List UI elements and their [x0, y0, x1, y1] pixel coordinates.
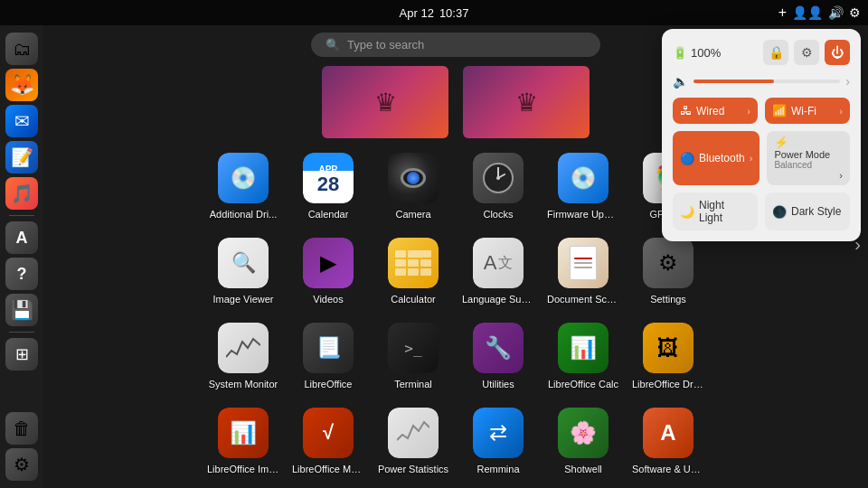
app-icon-firmware-updater: 💿: [558, 153, 609, 203]
wired-chevron: ›: [747, 106, 750, 117]
app-icon-camera: [388, 153, 439, 203]
topbar-volume-icon[interactable]: 🔊: [828, 5, 844, 20]
app-label-settings: Settings: [650, 294, 686, 305]
app-item-libreoffice-impress[interactable]: 📊 LibreOffice Imp...: [203, 400, 284, 482]
app-item-language-support[interactable]: A文 Language Supp...: [458, 230, 539, 312]
app-icon-power-statistics: [388, 408, 439, 458]
app-item-additional-drivers[interactable]: 💿Additional Dri...: [203, 145, 284, 227]
app-label-firmware-updater: Firmware Upda...: [547, 209, 619, 220]
dock-item-settings[interactable]: ⚙: [5, 448, 38, 481]
power-mode-label: Power Mode: [774, 149, 830, 160]
lock-button[interactable]: 🔒: [763, 40, 788, 65]
app-icon-system-monitor: [218, 323, 269, 373]
dock-item-font-viewer[interactable]: A: [5, 221, 38, 254]
topbar-plus[interactable]: +: [778, 5, 787, 21]
app-label-calendar: Calendar: [308, 209, 349, 220]
app-item-image-viewer[interactable]: 🔍 Image Viewer: [203, 230, 284, 312]
volume-row: 🔈 ›: [673, 74, 850, 89]
crown-icon-1: ♛: [374, 88, 397, 117]
app-item-libreoffice-math[interactable]: √ LibreOffice Math: [288, 400, 369, 482]
app-item-remmina[interactable]: ⇄ Remmina: [458, 400, 539, 482]
topbar: Apr 12 10:37 + 👤👤 🔊 ⚙: [0, 0, 868, 25]
wired-toggle[interactable]: 🖧 Wired ›: [673, 98, 758, 124]
app-icon-software-updater: A: [643, 408, 693, 458]
app-label-system-monitor: System Monitor: [209, 379, 278, 389]
app-item-calendar[interactable]: APR 28 Calendar: [288, 145, 369, 227]
topbar-system-icon[interactable]: ⚙: [849, 5, 861, 20]
featured-img-1[interactable]: ♛: [322, 66, 448, 138]
power-mode-info: Power Mode Balanced: [774, 149, 830, 170]
app-icon-settings: ⚙: [643, 238, 693, 288]
app-item-utilities[interactable]: 🔧 Utilities: [458, 315, 539, 397]
bluetooth-label: Bluetooth: [699, 152, 745, 164]
featured-img-2[interactable]: ♛: [463, 66, 590, 138]
app-item-settings[interactable]: ⚙Settings: [627, 230, 709, 312]
dock-item-rhythmbox[interactable]: 🎵: [5, 177, 38, 210]
dock-item-files[interactable]: 🗂: [5, 33, 38, 65]
settings-button[interactable]: ⚙: [794, 40, 819, 65]
dark-style-button[interactable]: 🌑 Dark Style: [765, 192, 850, 230]
app-label-additional-drivers: Additional Dri...: [210, 209, 278, 220]
topbar-date: Apr 12: [400, 6, 434, 20]
app-icon-videos: ▶: [303, 238, 354, 288]
wired-icon: 🖧: [680, 104, 692, 117]
app-icon-libreoffice: 📃: [303, 323, 354, 373]
wifi-toggle[interactable]: 📶 Wi-Fi ›: [765, 98, 850, 124]
topbar-right: + 👤👤 🔊 ⚙: [778, 5, 861, 21]
app-label-utilities: Utilities: [482, 379, 514, 389]
app-label-clocks: Clocks: [483, 209, 513, 220]
app-item-terminal[interactable]: >_ Terminal: [373, 315, 454, 397]
dock-bottom-items: 🗑 ⚙: [5, 412, 38, 481]
app-label-document-scanner: Document Scan...: [547, 294, 619, 305]
app-item-libreoffice-calc[interactable]: 📊 LibreOffice Calc: [542, 315, 624, 397]
topbar-network-icon[interactable]: 👤👤: [792, 5, 823, 20]
bluetooth-icon: 🔵: [680, 152, 694, 165]
dark-style-label: Dark Style: [791, 205, 841, 218]
app-item-libreoffice[interactable]: 📃 LibreOffice: [288, 315, 369, 397]
dock-item-disks[interactable]: 💾: [5, 294, 38, 326]
search-bar[interactable]: 🔍: [311, 33, 600, 57]
night-light-button[interactable]: 🌙 Night Light: [673, 192, 758, 230]
app-icon-language-support: A文: [473, 238, 524, 288]
app-label-software-updater: Software & Up...: [632, 464, 704, 474]
app-item-libreoffice-draw[interactable]: 🖼 LibreOffice Draw: [627, 315, 709, 397]
app-item-document-scanner[interactable]: Document Scan...: [542, 230, 624, 312]
dock-item-trash[interactable]: 🗑: [5, 412, 38, 445]
bluetooth-toggle[interactable]: 🔵 Bluetooth ›: [673, 131, 760, 185]
dock-item-firefox[interactable]: 🦊: [5, 69, 38, 101]
power-button[interactable]: ⏻: [825, 40, 850, 65]
battery-icon: 🔋: [673, 46, 687, 60]
panel-battery-row: 🔋 100% 🔒 ⚙ ⏻: [673, 40, 850, 65]
topbar-datetime: Apr 12 10:37: [400, 6, 469, 20]
wifi-label: Wi-Fi: [791, 105, 816, 117]
wifi-icon: 📶: [772, 104, 787, 117]
app-label-language-support: Language Supp...: [462, 294, 534, 305]
app-item-shotwell[interactable]: 🌸 Shotwell: [542, 400, 624, 482]
power-mode-button[interactable]: ⚡ Power Mode Balanced ›: [767, 131, 850, 185]
dock-item-thunderbird[interactable]: ✉: [5, 105, 38, 137]
app-item-power-statistics[interactable]: Power Statistics: [373, 400, 454, 482]
power-mode-sub: Balanced: [774, 160, 830, 170]
dock-item-help[interactable]: ?: [5, 258, 38, 290]
app-label-videos: Videos: [313, 294, 343, 305]
app-label-libreoffice: LibreOffice: [305, 379, 353, 389]
app-icon-utilities: 🔧: [473, 323, 524, 373]
app-item-system-monitor[interactable]: System Monitor: [203, 315, 284, 397]
app-item-calculator[interactable]: Calculator: [373, 230, 454, 312]
app-item-camera[interactable]: Camera: [373, 145, 454, 227]
night-light-label: Night Light: [699, 199, 750, 224]
dock: 🗂 🦊 ✉ 📝 🎵 A ? 💾 ⊞ 🗑: [0, 25, 43, 488]
search-input[interactable]: [347, 38, 586, 52]
app-item-firmware-updater[interactable]: 💿Firmware Upda...: [542, 145, 624, 227]
app-icon-image-viewer: 🔍: [218, 238, 269, 288]
app-icon-libreoffice-math: √: [303, 408, 354, 458]
volume-slider[interactable]: [693, 80, 840, 83]
featured-img-2-inner: ♛: [463, 66, 590, 138]
app-item-videos[interactable]: ▶Videos: [288, 230, 369, 312]
dock-item-app-grid[interactable]: ⊞: [5, 338, 38, 371]
volume-chevron[interactable]: ›: [845, 74, 850, 89]
app-item-clocks[interactable]: Clocks: [458, 145, 539, 227]
app-icon-libreoffice-impress: 📊: [218, 408, 269, 458]
dock-item-text-editor[interactable]: 📝: [5, 141, 38, 174]
app-item-software-updater[interactable]: A Software & Up...: [627, 400, 709, 482]
